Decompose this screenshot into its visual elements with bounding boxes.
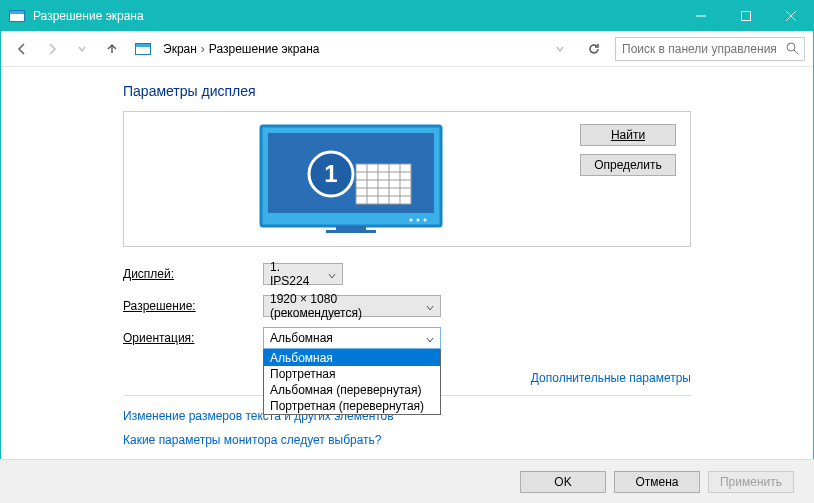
- nav-bar: Экран › Разрешение экрана: [1, 31, 813, 67]
- orientation-select[interactable]: Альбомная Альбомная Портретная Альбомная…: [263, 327, 441, 349]
- address-chevron[interactable]: [547, 36, 573, 62]
- orientation-option[interactable]: Портретная (перевернутая): [264, 398, 440, 414]
- cancel-button[interactable]: Отмена: [614, 471, 700, 493]
- chevron-down-icon: [426, 301, 434, 315]
- chevron-right-icon: ›: [201, 42, 205, 56]
- window-title: Разрешение экрана: [33, 9, 678, 23]
- search-icon[interactable]: [785, 41, 799, 59]
- svg-point-18: [410, 219, 413, 222]
- display-select[interactable]: 1. IPS224: [263, 263, 343, 285]
- forward-button[interactable]: [39, 36, 65, 62]
- orientation-option[interactable]: Альбомная (перевернутая): [264, 382, 440, 398]
- footer: OK Отмена Применить: [0, 459, 814, 503]
- find-button[interactable]: Найти: [580, 124, 676, 146]
- orientation-option[interactable]: Портретная: [264, 366, 440, 382]
- crumb-resolution[interactable]: Разрешение экрана: [209, 42, 320, 56]
- address-icon: [135, 43, 151, 55]
- crumb-screen[interactable]: Экран: [163, 42, 197, 56]
- title-bar: Разрешение экрана: [1, 1, 813, 31]
- refresh-button[interactable]: [581, 36, 607, 62]
- resolution-select[interactable]: 1920 × 1080 (рекомендуется): [263, 295, 441, 317]
- apply-button[interactable]: Применить: [708, 471, 794, 493]
- svg-rect-22: [326, 230, 376, 233]
- resolution-label: Разрешение:: [123, 299, 263, 313]
- svg-line-5: [794, 50, 798, 54]
- svg-point-19: [417, 219, 420, 222]
- svg-rect-9: [356, 164, 411, 204]
- monitor-panel: 1 Найти Определить: [123, 111, 691, 247]
- advanced-link[interactable]: Дополнительные параметры: [531, 371, 691, 385]
- chevron-down-icon: [426, 333, 434, 347]
- display-label: Дисплей:: [123, 267, 263, 281]
- recent-button[interactable]: [69, 36, 95, 62]
- orientation-label: Ориентация:: [123, 331, 263, 345]
- up-button[interactable]: [99, 36, 125, 62]
- svg-point-4: [787, 43, 795, 51]
- minimize-button[interactable]: [678, 1, 723, 31]
- which-link[interactable]: Какие параметры монитора следует выбрать…: [123, 433, 382, 447]
- search-input[interactable]: [615, 37, 805, 61]
- content: Параметры дисплея 1: [1, 67, 813, 452]
- monitor-preview[interactable]: 1: [256, 124, 446, 234]
- orientation-option[interactable]: Альбомная: [264, 350, 440, 366]
- breadcrumb[interactable]: Экран › Разрешение экрана: [163, 42, 543, 56]
- app-icon: [9, 10, 25, 22]
- chevron-down-icon: [328, 269, 336, 283]
- maximize-button[interactable]: [723, 1, 768, 31]
- orientation-dropdown: Альбомная Портретная Альбомная (переверн…: [263, 349, 441, 415]
- monitor-number: 1: [324, 160, 337, 187]
- page-heading: Параметры дисплея: [123, 83, 691, 99]
- svg-rect-1: [741, 12, 750, 21]
- svg-rect-21: [336, 226, 366, 230]
- close-button[interactable]: [768, 1, 813, 31]
- ok-button[interactable]: OK: [520, 471, 606, 493]
- back-button[interactable]: [9, 36, 35, 62]
- svg-point-20: [424, 219, 427, 222]
- detect-button[interactable]: Определить: [580, 154, 676, 176]
